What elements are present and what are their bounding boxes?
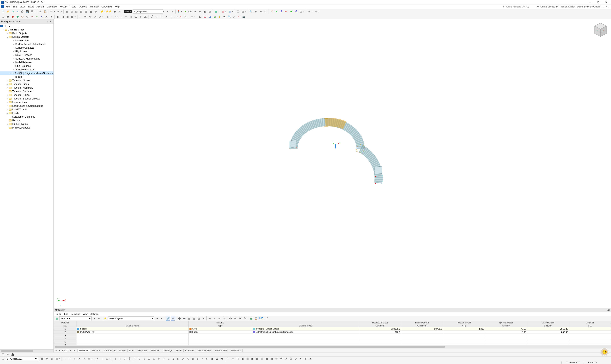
tb2-extr-icon[interactable]: ⇗ [98, 14, 102, 19]
tb2-13-icon[interactable]: ◨ [60, 14, 65, 19]
sb-snap6-icon[interactable]: ⊙ [87, 357, 91, 361]
sel-link-icon[interactable]: 🔗 [166, 316, 170, 321]
tab-member-sets[interactable]: Member Sets [196, 349, 213, 352]
tb2-arc-icon[interactable]: ◠ [159, 14, 164, 19]
tb2-scale-icon[interactable]: ⤢ [93, 14, 97, 19]
tb2-move-icon[interactable]: ↔ [78, 14, 83, 19]
table-row[interactable]: 3 [54, 334, 611, 337]
table-row[interactable]: 1S235HSteelIsotropic | Linear Elastic210… [54, 327, 611, 330]
row-grid3-icon[interactable]: ▤ [196, 316, 201, 321]
tb2-trim-icon[interactable]: ⟊ [169, 14, 173, 19]
navigator-close-button[interactable]: ✕ [49, 20, 52, 23]
tree-item[interactable]: ⌄•Surface Releases [0, 68, 53, 71]
tb2-pen-icon[interactable]: ✎ [183, 14, 188, 19]
expand-icon[interactable]: › [6, 112, 9, 114]
export-icon[interactable]: ⇥ [208, 316, 212, 321]
dimension-icon[interactable]: ↔ [198, 9, 202, 14]
design-icon[interactable]: ▩ [89, 9, 93, 14]
copy-file-icon[interactable]: 🗐 [20, 9, 25, 14]
tb2-grid-a-icon[interactable]: ⊞ [198, 14, 202, 19]
sb-r13-icon[interactable]: ⤢ [284, 357, 288, 361]
tree-item[interactable]: •Structure Modifications [0, 57, 53, 61]
sb-p18-icon[interactable]: ⧈ [195, 357, 200, 361]
tree-item[interactable]: •Rigid Links [0, 50, 53, 53]
tb2-14-icon[interactable]: ▦ [65, 14, 70, 19]
tab-solids[interactable]: Solids [174, 349, 184, 352]
tab-sections[interactable]: Sections [90, 349, 102, 352]
expand-icon[interactable]: › [6, 87, 9, 89]
materials-menu-goto[interactable]: Go To [54, 312, 62, 315]
tree-item[interactable]: •Surface Contacts [0, 46, 53, 50]
keyword-input[interactable] [506, 5, 536, 8]
child-restore-button[interactable]: ❐ [604, 5, 607, 8]
tree-item[interactable]: ›Guide Objects [0, 122, 53, 126]
sb-p2-icon[interactable]: ∥ [118, 357, 122, 361]
tb2-2-icon[interactable]: ⬢ [6, 14, 10, 19]
expand-icon[interactable]: › [6, 105, 9, 107]
render1-icon[interactable]: ◧ [203, 9, 207, 14]
expand-icon[interactable]: ⌄ [6, 36, 9, 38]
grid2-icon[interactable]: ▦ [221, 9, 225, 14]
sb-r5-icon[interactable]: ◨ [245, 357, 250, 361]
tree-root[interactable]: RFEM [0, 24, 53, 28]
assistant-avatar[interactable]: 🙂 [600, 348, 609, 356]
prev-view-icon[interactable]: ⟲ [259, 9, 263, 14]
expand-icon[interactable]: › [6, 94, 9, 96]
paste-icon[interactable]: 📋 [43, 9, 47, 14]
calc-all-icon[interactable]: ⏭ [118, 9, 122, 14]
tree-item[interactable]: ›Load Wizards [0, 108, 53, 111]
menu-window[interactable]: Window [89, 5, 100, 9]
tab-materials[interactable]: Materials [78, 349, 90, 352]
axis-neg-y-icon[interactable]: -Y [289, 9, 293, 14]
tb2-eye-icon[interactable]: 👁 [222, 14, 227, 19]
materials-menu-view[interactable]: View [82, 312, 89, 315]
sb-p9-icon[interactable]: ∩ [152, 357, 156, 361]
excel-icon[interactable]: ▦ [249, 316, 253, 321]
grid3-icon[interactable]: ▦ [227, 9, 232, 14]
tb2-pline-icon[interactable]: ⟋ [154, 14, 159, 19]
tb2-dim2-icon[interactable]: ▭ [124, 14, 128, 19]
results-nav-icon[interactable]: ▧ [79, 9, 83, 14]
materials-menu-settings[interactable]: Settings [89, 312, 100, 315]
menu-help[interactable]: Help [113, 5, 121, 9]
menu-results[interactable]: Results [58, 5, 69, 9]
toggle-numbers-icon[interactable]: x.xx [188, 9, 193, 14]
tb2-7-icon[interactable]: ✶ [30, 14, 34, 19]
sb-p17-icon[interactable]: ⧉ [191, 357, 195, 361]
tree-item[interactable]: ›Results [0, 119, 53, 122]
sb-r6-icon[interactable]: ▣ [250, 357, 254, 361]
tb2-box-icon[interactable]: ▢ [106, 14, 110, 19]
sb-p6-icon[interactable]: ⋁ [137, 357, 142, 361]
sb-r17-icon[interactable]: ⬊ [303, 357, 308, 361]
tb2-dot-icon[interactable]: ● [179, 14, 183, 19]
tb2-rot-icon[interactable]: ⟳ [83, 14, 88, 19]
sb-n2-icon[interactable]: ⟊ [100, 357, 104, 361]
tree-item[interactable]: •Blocks [0, 75, 53, 79]
tab-openings[interactable]: Openings [161, 349, 174, 352]
menu-edit[interactable]: Edit [11, 5, 18, 9]
axis-neg-x-icon[interactable]: -X [284, 9, 288, 14]
sb-p4-icon[interactable]: ╫ [128, 357, 132, 361]
tree-item[interactable]: ›Types for Solids [0, 93, 53, 97]
tree-item[interactable]: ›Types for Nodes [0, 79, 53, 82]
tb2-mag-icon[interactable]: 🔍 [227, 14, 232, 19]
sb-r2-icon[interactable]: ▭ [231, 357, 235, 361]
sb-p20-icon[interactable]: ◐ [205, 357, 209, 361]
expand-icon[interactable]: › [6, 79, 9, 81]
tabs-last-icon[interactable]: ▸| [73, 349, 76, 351]
row-grid2-icon[interactable]: ▥ [192, 316, 196, 321]
wire-icon[interactable]: ▱ [314, 9, 318, 14]
tab-line-sets[interactable]: Line Sets [183, 349, 196, 352]
tree-item[interactable]: •Line Releases [0, 64, 53, 68]
tree-item[interactable]: ›Load Cases & Combinations [0, 104, 53, 108]
materials-grid[interactable]: MaterialMaterialModulus of Elast.Shear M… [54, 321, 611, 345]
sb-snap4-icon[interactable]: ✕ [77, 357, 81, 361]
loadcombo-icon[interactable]: ⚡⚡ [106, 9, 111, 14]
materials-menu-edit[interactable]: Edit [63, 312, 69, 315]
sb-p14-icon[interactable]: ◺ [176, 357, 180, 361]
sb-p11-icon[interactable]: ↗ [161, 357, 166, 361]
tb2-4-icon[interactable]: ⬟ [15, 14, 20, 19]
table2-icon[interactable]: ▥ [69, 9, 74, 14]
filter-pin-icon[interactable]: 📍 [176, 9, 181, 14]
expand-icon[interactable]: › [6, 32, 9, 34]
